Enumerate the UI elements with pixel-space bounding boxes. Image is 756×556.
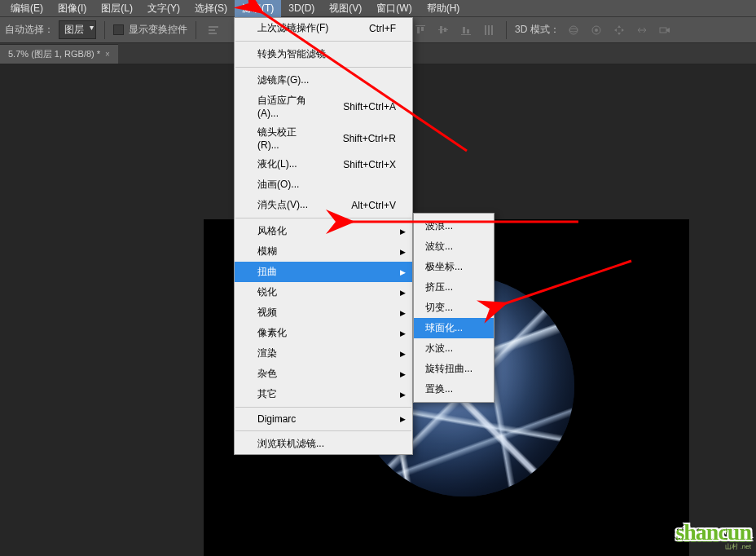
menu-other[interactable]: 其它 ▶ bbox=[235, 384, 412, 404]
align-bottom-icon[interactable] bbox=[457, 21, 475, 39]
menu-select[interactable]: 选择(S) bbox=[187, 0, 235, 17]
menu-pixelate[interactable]: 像素化 ▶ bbox=[235, 323, 412, 343]
menu-stylize[interactable]: 风格化 ▶ bbox=[235, 221, 412, 241]
menu-item-label: 转换为智能滤镜 bbox=[257, 47, 326, 61]
menu-adaptive-wide-angle[interactable]: 自适应广角(A)... Shift+Ctrl+A bbox=[235, 90, 412, 122]
menu-3d[interactable]: 3D(D) bbox=[281, 1, 322, 15]
menu-item-label: 视频 bbox=[257, 306, 277, 320]
show-transform-label: 显示变换控件 bbox=[129, 23, 187, 37]
menu-digimarc[interactable]: Digimarc ▶ bbox=[235, 410, 412, 428]
menu-help[interactable]: 帮助(H) bbox=[420, 0, 468, 17]
menu-item-shortcut: Ctrl+F bbox=[369, 23, 396, 34]
menu-item-label: Digimarc bbox=[257, 413, 296, 425]
menu-item-label: 镜头校正(R)... bbox=[257, 126, 319, 151]
menu-item-label: 油画(O)... bbox=[257, 178, 299, 192]
menu-noise[interactable]: 杂色 ▶ bbox=[235, 364, 412, 384]
menu-lens-correction[interactable]: 镜头校正(R)... Shift+Ctrl+R bbox=[235, 122, 412, 154]
svg-rect-13 bbox=[488, 25, 490, 35]
document-tab[interactable]: 5.7% (图层 1, RGB/8) * × bbox=[0, 44, 118, 64]
menu-item-shortcut: Alt+Ctrl+V bbox=[351, 200, 396, 211]
menu-filter-gallery[interactable]: 滤镜库(G)... bbox=[235, 70, 412, 90]
roll-icon[interactable] bbox=[587, 21, 605, 39]
svg-rect-11 bbox=[467, 29, 469, 33]
show-transform-checkbox[interactable] bbox=[113, 24, 124, 35]
svg-rect-0 bbox=[209, 26, 218, 28]
submenu-zigzag[interactable]: 水波... bbox=[414, 338, 494, 359]
menu-image[interactable]: 图像(I) bbox=[51, 0, 94, 17]
align-icon[interactable] bbox=[204, 21, 222, 39]
submenu-twirl[interactable]: 旋转扭曲... bbox=[414, 359, 494, 379]
menu-blur[interactable]: 模糊 ▶ bbox=[235, 241, 412, 262]
menu-item-shortcut: Shift+Ctrl+X bbox=[343, 159, 396, 170]
menu-separator bbox=[235, 218, 411, 218]
menu-window[interactable]: 窗口(W) bbox=[369, 0, 419, 17]
menu-distort[interactable]: 扭曲 ▶ bbox=[235, 262, 412, 282]
menu-edit[interactable]: 编辑(E) bbox=[3, 0, 51, 17]
layer-select-dropdown[interactable]: 图层 bbox=[59, 20, 96, 39]
svg-rect-5 bbox=[421, 27, 424, 31]
svg-point-16 bbox=[569, 29, 578, 32]
menu-browse-online-filters[interactable]: 浏览联机滤镜... bbox=[235, 434, 412, 454]
svg-rect-1 bbox=[209, 29, 215, 31]
align-top-icon[interactable] bbox=[411, 21, 429, 39]
menu-item-label: 消失点(V)... bbox=[257, 198, 308, 212]
menu-last-filter[interactable]: 上次滤镜操作(F) Ctrl+F bbox=[235, 18, 412, 38]
tab-title: 5.7% (图层 1, RGB/8) * bbox=[8, 48, 100, 60]
camera-icon[interactable] bbox=[656, 21, 674, 39]
filter-dropdown-menu: 上次滤镜操作(F) Ctrl+F 转换为智能滤镜 滤镜库(G)... 自适应广角… bbox=[234, 17, 413, 455]
menu-item-label: 风格化 bbox=[257, 224, 287, 238]
submenu-pinch[interactable]: 挤压... bbox=[414, 277, 494, 298]
distort-submenu: 波浪... 波纹... 极坐标... 挤压... 切变... 球面化... 水波… bbox=[413, 213, 494, 403]
submenu-wave[interactable]: 波浪... bbox=[414, 216, 494, 236]
menu-type[interactable]: 文字(Y) bbox=[140, 0, 187, 17]
menu-vanishing-point[interactable]: 消失点(V)... Alt+Ctrl+V bbox=[235, 195, 412, 215]
menu-liquify[interactable]: 液化(L)... Shift+Ctrl+X bbox=[235, 154, 412, 174]
watermark: shancun 山村 .net bbox=[675, 519, 751, 551]
menu-item-label: 锐化 bbox=[257, 285, 277, 299]
toolbar-divider bbox=[506, 21, 507, 39]
menu-item-label: 液化(L)... bbox=[257, 157, 297, 171]
submenu-spherize[interactable]: 球面化... bbox=[414, 318, 494, 338]
menu-separator bbox=[235, 407, 411, 408]
menu-filter[interactable]: 滤镜(T) bbox=[235, 0, 281, 17]
submenu-displace[interactable]: 置换... bbox=[414, 379, 494, 399]
auto-select-label: 自动选择： bbox=[5, 23, 54, 37]
menu-view[interactable]: 视图(V) bbox=[322, 0, 369, 17]
menu-video[interactable]: 视频 ▶ bbox=[235, 302, 412, 323]
close-icon[interactable]: × bbox=[105, 50, 110, 59]
submenu-arrow-icon: ▶ bbox=[400, 268, 406, 276]
menu-separator bbox=[235, 67, 411, 68]
svg-point-18 bbox=[595, 29, 598, 32]
pan-icon[interactable] bbox=[610, 21, 628, 39]
menu-separator bbox=[235, 41, 411, 42]
menu-convert-smart-filter[interactable]: 转换为智能滤镜 bbox=[235, 44, 412, 64]
align-vcenter-icon[interactable] bbox=[434, 21, 452, 39]
menu-sharpen[interactable]: 锐化 ▶ bbox=[235, 282, 412, 302]
menu-render[interactable]: 渲染 ▶ bbox=[235, 343, 412, 364]
menu-layer[interactable]: 图层(L) bbox=[94, 0, 140, 17]
toolbar-divider bbox=[104, 21, 105, 39]
menu-item-label: 上次滤镜操作(F) bbox=[257, 21, 328, 35]
distribute-icon[interactable] bbox=[480, 21, 498, 39]
mode-3d-label: 3D 模式： bbox=[515, 23, 560, 37]
toolbar-divider bbox=[196, 21, 196, 39]
submenu-polar[interactable]: 极坐标... bbox=[414, 257, 494, 277]
svg-rect-3 bbox=[415, 25, 425, 26]
menu-oil-paint[interactable]: 油画(O)... bbox=[235, 174, 412, 195]
svg-rect-2 bbox=[209, 33, 217, 34]
submenu-ripple[interactable]: 波纹... bbox=[414, 236, 494, 257]
menu-item-label: 像素化 bbox=[257, 326, 287, 340]
orbit-icon[interactable] bbox=[565, 21, 582, 39]
submenu-arrow-icon: ▶ bbox=[400, 350, 406, 358]
svg-rect-14 bbox=[491, 25, 493, 35]
menu-item-label: 浏览联机滤镜... bbox=[257, 437, 324, 451]
svg-rect-10 bbox=[463, 27, 465, 33]
submenu-shear[interactable]: 切变... bbox=[414, 298, 494, 318]
menu-item-label: 杂色 bbox=[257, 367, 277, 381]
svg-rect-6 bbox=[438, 29, 448, 30]
submenu-arrow-icon: ▶ bbox=[400, 415, 406, 423]
submenu-arrow-icon: ▶ bbox=[400, 289, 406, 297]
svg-rect-12 bbox=[485, 25, 486, 35]
slide-icon[interactable] bbox=[633, 21, 651, 39]
svg-rect-7 bbox=[440, 26, 442, 33]
